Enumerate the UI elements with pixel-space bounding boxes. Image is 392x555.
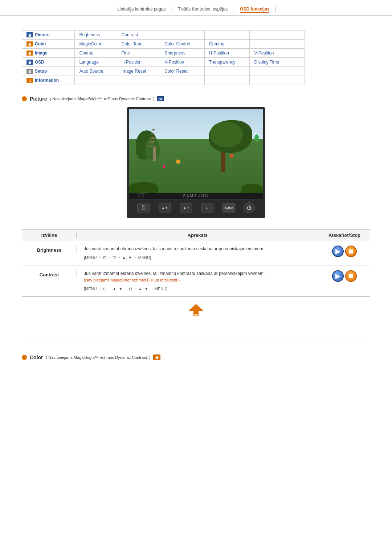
gamma-link[interactable]: Gamma	[204, 40, 250, 49]
picture-section-header: Picture ( Nav pieejams MagicBright™ režī…	[22, 96, 370, 102]
contrast-nav-note: (Nav pieejams MagicColor režīmos Full un…	[84, 277, 311, 284]
picture-section-title: Picture	[30, 96, 47, 102]
picture-section-icon[interactable]: Dx	[157, 96, 164, 101]
picture-label[interactable]: Picture	[35, 32, 50, 37]
contrast-link[interactable]: Contrast	[117, 31, 160, 40]
hposition-osd-link[interactable]: H-Position	[117, 58, 160, 67]
nav-link-tiesas[interactable]: Tiešās Kontroles Iespējas	[178, 7, 228, 12]
magiccolor-link[interactable]: MagicColor	[75, 40, 117, 49]
sharpness-link[interactable]: Sharpness	[160, 49, 204, 58]
brightness-link[interactable]: Brightness	[75, 31, 117, 40]
hposition-image-link[interactable]: H-Position	[204, 49, 250, 58]
nav-link-lietotaja[interactable]: Lietotāja kontroles pogas	[117, 7, 166, 12]
brightness-desc-text: Jūs varat izmantot ekrāna izvēlnes, lai …	[84, 246, 265, 251]
nav-row-info: ℹ Information	[22, 76, 305, 85]
contrast-forward-btn[interactable]: ▶	[332, 270, 344, 282]
setup-icon: ⊞	[26, 69, 33, 74]
category-info: ℹ Information	[26, 78, 70, 83]
color-section-note: ( Nav pieejams MagicBright™ režīmos Dyna…	[46, 355, 151, 360]
brightness-forward-btn[interactable]: ▶	[332, 246, 344, 257]
osd-icon: ▣	[26, 60, 33, 65]
nav-table: ▣ Picture Brightness Contrast ◉ Color	[22, 30, 305, 85]
description-table: Izvēlne Apraksts Atskañot/Stop Brightnes…	[22, 229, 370, 297]
header-menu: Izvēlne	[22, 232, 77, 238]
picture-section-dot	[22, 96, 27, 101]
info-icon: ℹ	[26, 78, 33, 83]
up-arrow-container: UP	[22, 304, 370, 317]
color-section-icon[interactable]: ◉	[153, 355, 160, 360]
monitor-brand: SAMSUNG	[129, 193, 263, 199]
desc-table-header: Izvēlne Apraksts Atskañot/Stop	[22, 230, 370, 241]
main-content: ▣ Picture Brightness Contrast ◉ Color	[0, 16, 392, 373]
contrast-desc-text: Jūs varat izmantot ekrāna izvēlnes, lai …	[84, 271, 265, 276]
contrast-stop-btn[interactable]: ⏹	[345, 270, 357, 282]
displaytime-link[interactable]: Display Time	[250, 58, 293, 67]
section-divider	[22, 325, 370, 325]
ctrl-updown-btn[interactable]: ▲▼	[159, 203, 171, 212]
up-arrow-triangle	[188, 304, 204, 311]
nav-row-setup: ⊞ Setup Auto Source Image Reset Color Re…	[22, 67, 305, 76]
imagereset-link[interactable]: Image Reset	[117, 67, 160, 76]
contrast-desc-cell: Jūs varat izmantot ekrāna izvēlnes, lai …	[77, 270, 319, 292]
header-description: Apraksts	[77, 232, 319, 238]
monitor-outer: SAMSUNG ⊡ MN ▲▼ ▲☆ ⊡ AUTO ⏻	[127, 107, 265, 218]
picture-section-note: ( Nav pieejams MagicBright™ režīmos Dyna…	[50, 97, 154, 101]
nav-separator-1: |	[171, 7, 172, 12]
category-osd: ▣ OSD	[26, 60, 70, 65]
up-arrow[interactable]: UP	[188, 304, 204, 317]
color-section-dot	[22, 355, 27, 360]
monitor-screen	[129, 109, 263, 193]
nav-row-picture: ▣ Picture Brightness Contrast	[22, 31, 305, 40]
monitor-controls: ⊡ MN ▲▼ ▲☆ ⊡ AUTO ⏻	[129, 199, 263, 216]
up-label: UP	[194, 313, 198, 316]
brightness-desc-cell: Jūs varat izmantot ekrāna izvēlnes, lai …	[77, 246, 319, 261]
color-section: Color ( Nav pieejams MagicBright™ režīmo…	[22, 336, 370, 360]
colorreset-link[interactable]: Color Reset	[160, 67, 204, 76]
nav-separator-3: |	[275, 7, 276, 12]
ctrl-menu-btn[interactable]: ⊡ MN	[137, 203, 150, 212]
nav-row-color: ◉ Color MagicColor Color Tone Color Cont…	[22, 40, 305, 49]
nav-separator-2: |	[233, 7, 234, 12]
image-label[interactable]: Image	[35, 50, 48, 56]
nav-row-image: ◉ Image Coarse Fine Sharpness H-Position…	[22, 49, 305, 58]
image-icon: ◉	[26, 50, 33, 56]
color-section-title: Color	[30, 355, 43, 360]
nav-link-osd[interactable]: OSD funkcijas	[240, 7, 269, 13]
brightness-action-cell: ▶ ⏹	[319, 246, 370, 257]
brightness-menu-cell: Brightness	[22, 246, 77, 253]
colorcontrol-link[interactable]: Color Control	[160, 40, 204, 49]
picture-icon: ▣	[26, 32, 33, 37]
autosource-link[interactable]: Auto Source	[75, 67, 117, 76]
category-setup: ⊞ Setup	[26, 69, 70, 74]
contrast-action-cell: ▶ ⏹	[319, 270, 370, 282]
contrast-menu-path: [MENU → ⊡ → ▲, ▼ → ⊡ → ▲, ▼ → MENU]	[84, 286, 311, 292]
contrast-menu-cell: Contrast	[22, 270, 77, 278]
nav-row-osd: ▣ OSD Language H-Position V-Position Tra…	[22, 58, 305, 67]
ctrl-enter-btn[interactable]: ⊡	[201, 203, 213, 212]
setup-label[interactable]: Setup	[35, 69, 47, 74]
brightness-menu-path: [MENU → ⊡ → ⊡ → ▲, ▼ → MENU]	[84, 255, 311, 261]
brightness-stop-btn[interactable]: ⏹	[345, 246, 357, 257]
fine-link[interactable]: Fine	[117, 49, 160, 58]
category-image: ◉ Image	[26, 50, 70, 56]
top-navigation: Lietotāja kontroles pogas | Tiešās Kontr…	[0, 0, 392, 16]
ctrl-auto-btn[interactable]: AUTO	[222, 203, 235, 212]
ctrl-power-btn[interactable]: ⏻	[244, 202, 255, 213]
info-label[interactable]: Information	[35, 78, 59, 83]
ctrl-brightness-btn[interactable]: ▲☆	[180, 203, 192, 212]
language-link[interactable]: Language	[75, 58, 117, 67]
osd-label[interactable]: OSD	[35, 60, 44, 65]
brightness-row: Brightness Jūs varat izmantot ekrāna izv…	[22, 241, 370, 266]
vposition-osd-link[interactable]: V-Position	[160, 58, 204, 67]
category-color: ◉ Color	[26, 41, 70, 46]
vposition-image-link[interactable]: V-Position	[250, 49, 293, 58]
category-picture: ▣ Picture	[26, 32, 70, 37]
coarse-link[interactable]: Coarse	[75, 49, 117, 58]
contrast-row: Contrast Jūs varat izmantot ekrāna izvēl…	[22, 266, 370, 296]
header-action: Atskañot/Stop	[319, 232, 370, 238]
color-icon: ◉	[26, 41, 33, 46]
transparency-link[interactable]: Transparency	[204, 58, 250, 67]
monitor-container: SAMSUNG ⊡ MN ▲▼ ▲☆ ⊡ AUTO ⏻ ☞	[22, 107, 370, 218]
color-label[interactable]: Color	[35, 41, 46, 46]
colortone-link[interactable]: Color Tone	[117, 40, 160, 49]
